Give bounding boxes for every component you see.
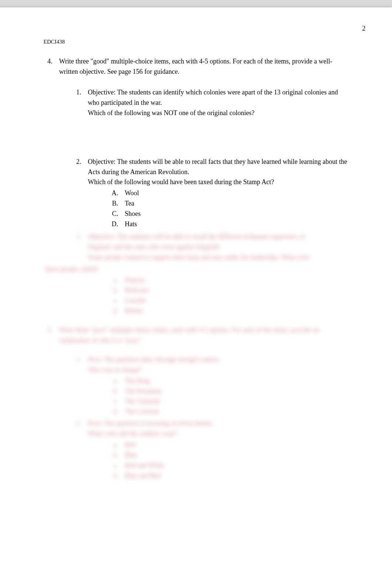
blurred-sub-1: 1. Poor: The question takes through enou… xyxy=(59,355,348,417)
sub-item-number: 1. xyxy=(59,355,88,417)
objective-text: Objective: The students can identify whi… xyxy=(88,87,348,108)
option-letter: d. xyxy=(88,471,125,481)
option-d: D. Hats xyxy=(88,219,348,230)
option-text: Red and White xyxy=(125,461,348,471)
blurred-line: What color did the soldiers wear? xyxy=(88,429,348,439)
option-letter: b. xyxy=(88,285,125,296)
blurred-hanging-line: these people called? xyxy=(45,264,348,275)
option-letter: A. xyxy=(88,188,125,199)
blurred-line: Objective: The students will be able to … xyxy=(88,232,348,242)
blurred-line: Poor: The question is focusing on trivia… xyxy=(88,418,348,429)
option-text: Blue xyxy=(125,450,348,461)
option-text: Rebels xyxy=(125,306,348,316)
option-text: Patriots xyxy=(125,275,348,286)
option-letter: a. xyxy=(88,376,125,386)
question-number: 5. xyxy=(44,325,59,482)
sub-item-3-blurred: 3. Objective: The students will be able … xyxy=(59,232,348,263)
option-letter: d. xyxy=(88,407,125,417)
option-text: Wool xyxy=(125,188,348,199)
sub-item-number: 2. xyxy=(59,418,88,481)
option-text: Hats xyxy=(125,219,348,230)
option-letter: c. xyxy=(88,396,125,407)
sub-item-number: 1. xyxy=(59,87,88,118)
option-letter: C. xyxy=(88,209,125,219)
sub-item-number: 2. xyxy=(59,157,88,230)
question-content: Write three "good" multiple-choice items… xyxy=(59,56,348,318)
option-letter: b. xyxy=(88,450,125,461)
question-prompt: Write three "good" multiple-choice items… xyxy=(59,56,348,77)
blurred-sub-2: 2. Poor: The question is focusing on tri… xyxy=(59,418,348,481)
option-text: The King xyxy=(125,376,348,386)
option-text: Loyalist xyxy=(125,296,348,306)
question-5-blurred: 5. Write three "poor" multiple-choice it… xyxy=(44,325,348,482)
option-letter: b. xyxy=(88,386,125,397)
question-text: Which of the following was NOT one of th… xyxy=(88,108,348,118)
document-page: 2 EDCI438 4. Write three "good" multiple… xyxy=(0,7,392,576)
sub-item-number: 3. xyxy=(59,232,88,263)
option-letter: d. xyxy=(88,306,125,316)
option-text: The Colonist xyxy=(125,407,348,417)
option-text: Blue and Red xyxy=(125,471,348,481)
blurred-options: a. Patriots b. Redcoats c. Loyalist xyxy=(59,275,348,317)
option-text: Shoes xyxy=(125,209,348,219)
question-number: 4. xyxy=(44,56,59,318)
blurred-line: England, and the ones who went against E… xyxy=(88,242,348,252)
blurred-line: Who was in charge? xyxy=(88,365,348,375)
option-text: Redcoats xyxy=(125,285,348,296)
option-text: The Generals xyxy=(125,396,348,407)
option-text: Tea xyxy=(125,199,348,209)
option-letter: B. xyxy=(88,199,125,209)
option-letter: a. xyxy=(88,440,125,450)
objective-text: Objective: The students will be able to … xyxy=(88,157,348,177)
option-letter: c. xyxy=(88,296,125,306)
question-prompt-blurred: Write three "poor" multiple-choice items… xyxy=(59,325,348,346)
option-text: The President xyxy=(125,386,348,397)
header-course-code: EDCI438 xyxy=(44,38,348,46)
option-c: C. Shoes xyxy=(88,209,348,219)
blurred-line: Poor: The question takes through enough … xyxy=(88,355,348,365)
option-letter: a. xyxy=(88,275,125,286)
question-4: 4. Write three "good" multiple-choice it… xyxy=(44,56,348,318)
option-text: Red xyxy=(125,440,348,450)
option-letter: c. xyxy=(88,461,125,471)
page-number: 2 xyxy=(362,24,365,34)
sub-item-1: 1. Objective: The students can identify … xyxy=(59,87,348,118)
question-text: Which of the following would have been t… xyxy=(88,177,348,187)
option-letter: D. xyxy=(88,219,125,230)
blurred-line: Some people wanted to support their king… xyxy=(88,252,348,263)
option-b: B. Tea xyxy=(88,199,348,209)
sub-item-2: 2. Objective: The students will be able … xyxy=(59,157,348,230)
option-a: A. Wool xyxy=(88,188,348,199)
